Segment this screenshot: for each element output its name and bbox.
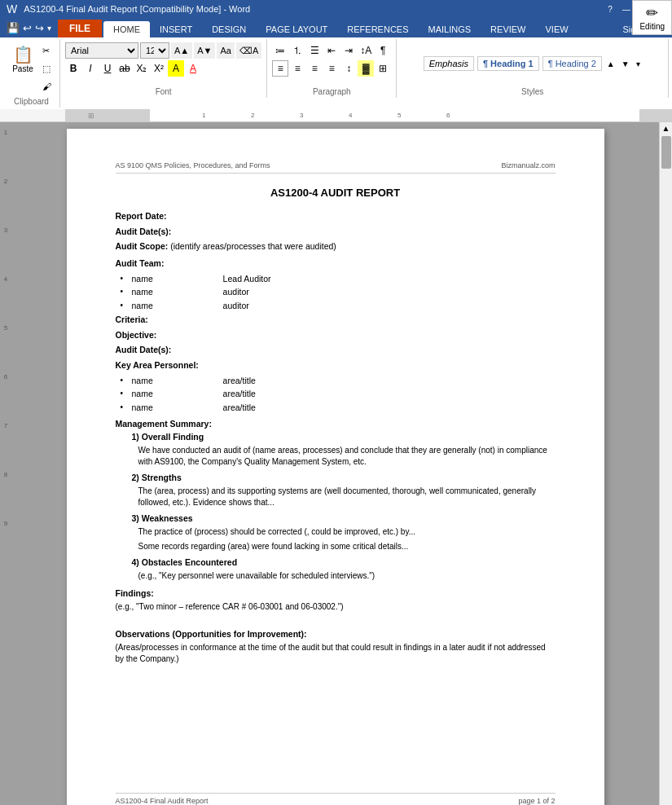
font-size-select[interactable]: 12 (140, 42, 169, 59)
member3-role: auditor (223, 301, 249, 310)
audit-team-member-1[interactable]: name Lead Auditor (116, 273, 556, 285)
report-date-label: Report Date: (116, 211, 167, 221)
paragraph-section: ≔ ⒈ ☰ ⇤ ⇥ ↕A ¶ ≡ ≡ ≡ ≡ ↕ ▓ ⊞ P (267, 39, 397, 98)
superscript-btn[interactable]: X² (151, 60, 167, 77)
increase-indent-btn[interactable]: ⇥ (340, 42, 357, 59)
findings-body[interactable]: (e.g., "Two minor – reference CAR # 06-0… (116, 601, 556, 613)
align-center-btn[interactable]: ≡ (289, 60, 305, 77)
font-case-btn[interactable]: Aa (217, 42, 234, 59)
section4-number: 4) (132, 557, 139, 567)
key-area-member-2[interactable]: name area/title (116, 388, 556, 400)
underline-btn[interactable]: U (99, 60, 116, 77)
ruler: ⊞ 1 2 3 4 5 6 (0, 109, 672, 122)
objective-field[interactable]: Objective: (116, 329, 556, 341)
rule-9: 9 (0, 520, 11, 569)
bullets-btn[interactable]: ≔ (272, 42, 288, 59)
key-area-member-3[interactable]: name area/title (116, 402, 556, 414)
weaknesses-body1[interactable]: The practice of (process) should be corr… (116, 526, 556, 538)
scrollbar-up-btn[interactable]: ▲ (661, 122, 672, 134)
style-heading2[interactable]: ¶ Heading 2 (542, 56, 602, 71)
paragraph-label: Paragraph (267, 87, 396, 96)
redo-quick-icon[interactable]: ↪ (35, 22, 44, 34)
section3-number: 3) (132, 513, 139, 523)
rule-1: 1 (0, 129, 11, 178)
obstacles-body[interactable]: (e.g., "Key personnel were unavailable f… (116, 570, 556, 582)
multilevel-btn[interactable]: ☰ (306, 42, 323, 59)
style-emphasis[interactable]: Emphasis (424, 56, 474, 71)
audit-scope-value: (identify areas/processes that were audi… (170, 241, 336, 251)
ribbon-content: 📋 Paste ✂ ⬚ 🖌 Clipboard Arial (0, 37, 672, 109)
align-right-btn[interactable]: ≡ (306, 60, 323, 77)
scrollbar-thumb[interactable] (661, 136, 671, 169)
styles-more[interactable]: ▾ (635, 58, 642, 70)
clear-format-btn[interactable]: ⌫A (236, 42, 261, 59)
strengths-body[interactable]: The (area, process) and its supporting s… (116, 486, 556, 508)
observations-body[interactable]: (Areas/processes in conformance at the t… (116, 642, 556, 665)
editing-badge[interactable]: ✏ Editing (632, 0, 672, 35)
font-shrink-btn[interactable]: A▼ (194, 42, 215, 59)
audit-dates-field-2[interactable]: Audit Date(s): (116, 344, 556, 356)
document-header: AS 9100 QMS Policies, Procedures, and Fo… (116, 161, 556, 174)
help-btn[interactable]: ? (604, 2, 617, 15)
weaknesses-body2[interactable]: Some records regarding (area) were found… (116, 541, 556, 552)
key-area-member-1[interactable]: name area/title (116, 375, 556, 387)
file-tab[interactable]: FILE (58, 20, 102, 37)
tab-mailings[interactable]: MAILINGS (419, 21, 481, 37)
member1-name: name (132, 274, 153, 284)
styles-scroll-up[interactable]: ▲ (605, 58, 617, 70)
rule-5: 5 (0, 324, 11, 373)
highlight-btn[interactable]: A (168, 60, 184, 77)
font-name-select[interactable]: Arial (65, 42, 138, 59)
show-marks-btn[interactable]: ¶ (375, 42, 391, 59)
audit-scope-field[interactable]: Audit Scope: (identify areas/processes t… (116, 240, 556, 253)
overall-finding-body[interactable]: We have conducted an audit of (name area… (116, 445, 556, 468)
tab-design[interactable]: DESIGN (202, 21, 256, 37)
document-title[interactable]: AS1200-4 AUDIT REPORT (116, 187, 556, 199)
report-date-field[interactable]: Report Date: (116, 210, 556, 222)
cut-btn[interactable]: ✂ (39, 42, 55, 59)
bold-btn[interactable]: B (65, 60, 81, 77)
tab-home[interactable]: HOME (103, 21, 150, 37)
tab-insert[interactable]: INSERT (150, 21, 202, 37)
copy-btn[interactable]: ⬚ (39, 60, 55, 77)
paste-btn[interactable]: 📋 Paste (8, 42, 37, 76)
decrease-indent-btn[interactable]: ⇤ (323, 42, 340, 59)
tab-page-layout[interactable]: PAGE LAYOUT (256, 21, 337, 37)
shading-btn[interactable]: ▓ (358, 60, 374, 77)
subscript-btn[interactable]: X₂ (134, 60, 150, 77)
window-title: AS1200-4 Final Audit Report [Compatibili… (24, 4, 250, 14)
footer-right: page 1 of 2 (518, 797, 555, 805)
document-container: AS 9100 QMS Policies, Procedures, and Fo… (11, 122, 659, 805)
save-quick-icon[interactable]: 💾 (7, 22, 20, 34)
sort-btn[interactable]: ↕A (358, 42, 374, 59)
header-right: Bizmanualz.com (501, 161, 555, 169)
undo-quick-icon[interactable]: ↩ (23, 22, 32, 34)
format-painter-btn[interactable]: 🖌 (39, 78, 55, 95)
borders-btn[interactable]: ⊞ (375, 60, 391, 77)
tab-view[interactable]: VIEW (536, 21, 578, 37)
numbering-btn[interactable]: ⒈ (289, 42, 305, 59)
styles-scroll-down[interactable]: ▼ (620, 58, 631, 70)
vertical-scrollbar[interactable]: ▲ ▼ (659, 122, 672, 805)
rule-7: 7 (0, 422, 11, 471)
audit-team-member-3[interactable]: name auditor (116, 300, 556, 312)
align-left-btn[interactable]: ≡ (272, 60, 288, 77)
document-page[interactable]: AS 9100 QMS Policies, Procedures, and Fo… (67, 129, 604, 805)
tab-references[interactable]: REFERENCES (337, 21, 418, 37)
italic-btn[interactable]: I (82, 60, 99, 77)
member3-name: name (132, 301, 153, 310)
line-spacing-btn[interactable]: ↕ (340, 60, 357, 77)
audit-dates-field[interactable]: Audit Date(s): (116, 226, 556, 238)
font-color-btn[interactable]: A (185, 60, 201, 77)
audit-team-member-2[interactable]: name auditor (116, 286, 556, 298)
customize-quick-icon[interactable]: ▾ (47, 24, 51, 33)
justify-btn[interactable]: ≡ (323, 60, 340, 77)
font-grow-btn[interactable]: A▲ (171, 42, 192, 59)
tab-review[interactable]: REVIEW (481, 21, 535, 37)
strikethrough-btn[interactable]: ab (116, 60, 133, 77)
minimize-btn[interactable]: — (620, 2, 633, 15)
member2-name: name (132, 287, 153, 297)
font-label: Font (60, 87, 266, 96)
style-heading1[interactable]: ¶ Heading 1 (477, 56, 539, 71)
criteria-field[interactable]: Criteria: (116, 314, 556, 326)
